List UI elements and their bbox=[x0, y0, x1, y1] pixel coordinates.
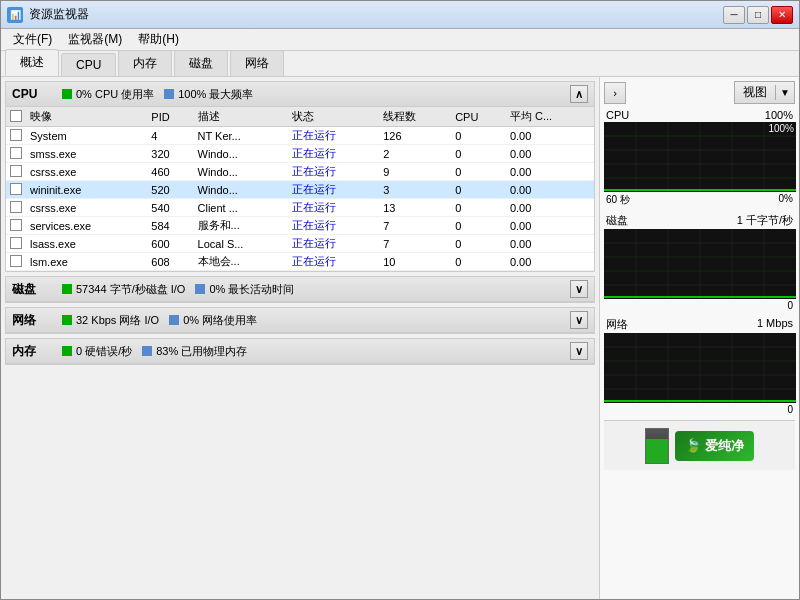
col-avg[interactable]: 平均 C... bbox=[506, 107, 594, 127]
disk-expand-button[interactable]: ∨ bbox=[570, 280, 588, 298]
row-cpu: 0 bbox=[451, 127, 506, 145]
header-checkbox[interactable] bbox=[10, 110, 22, 122]
disk-section-header: 磁盘 57344 字节/秒磁盘 I/O 0% 最长活动时间 ∨ bbox=[6, 277, 594, 302]
row-avg: 0.00 bbox=[506, 199, 594, 217]
process-checkbox[interactable] bbox=[10, 183, 22, 195]
network-chart-footer: 0 bbox=[604, 403, 795, 416]
row-status: 正在运行 bbox=[288, 235, 379, 253]
view-label: 视图 bbox=[735, 82, 775, 103]
row-threads: 3 bbox=[379, 181, 451, 199]
row-checkbox[interactable] bbox=[6, 199, 26, 217]
row-threads: 2 bbox=[379, 145, 451, 163]
menu-monitor[interactable]: 监视器(M) bbox=[60, 29, 130, 50]
tab-network[interactable]: 网络 bbox=[230, 50, 284, 76]
row-avg: 0.00 bbox=[506, 127, 594, 145]
disk-chart-footer: 0 bbox=[604, 299, 795, 312]
process-checkbox[interactable] bbox=[10, 129, 22, 141]
tab-disk[interactable]: 磁盘 bbox=[174, 50, 228, 76]
view-button[interactable]: 视图 ▼ bbox=[734, 81, 795, 104]
table-row[interactable]: lsass.exe 600 Local S... 正在运行 7 0 0.00 bbox=[6, 235, 594, 253]
memory-errors-indicator: 0 硬错误/秒 bbox=[62, 344, 132, 359]
memory-title: 内存 bbox=[12, 343, 52, 360]
row-avg: 0.00 bbox=[506, 253, 594, 271]
col-desc[interactable]: 描述 bbox=[194, 107, 288, 127]
cpu-table-body: System 4 NT Ker... 正在运行 126 0 0.00 smss.… bbox=[6, 127, 594, 271]
disk-chart-label-row: 磁盘 1 千字节/秒 bbox=[604, 212, 795, 229]
row-checkbox[interactable] bbox=[6, 217, 26, 235]
tab-cpu[interactable]: CPU bbox=[61, 53, 116, 76]
network-io-label: 32 Kbps 网络 I/O bbox=[76, 313, 159, 328]
row-cpu: 0 bbox=[451, 163, 506, 181]
process-checkbox[interactable] bbox=[10, 201, 22, 213]
table-row[interactable]: csrss.exe 540 Client ... 正在运行 13 0 0.00 bbox=[6, 199, 594, 217]
tab-overview[interactable]: 概述 bbox=[5, 49, 59, 76]
table-row[interactable]: csrss.exe 460 Windo... 正在运行 9 0 0.00 bbox=[6, 163, 594, 181]
title-bar: 📊 资源监视器 ─ □ ✕ bbox=[1, 1, 799, 29]
row-name: csrss.exe bbox=[26, 199, 147, 217]
menu-help[interactable]: 帮助(H) bbox=[130, 29, 187, 50]
maximize-button[interactable]: □ bbox=[747, 6, 769, 24]
row-pid: 520 bbox=[147, 181, 193, 199]
row-checkbox[interactable] bbox=[6, 253, 26, 271]
col-status[interactable]: 状态 bbox=[288, 107, 379, 127]
network-expand-button[interactable]: ∨ bbox=[570, 311, 588, 329]
row-pid: 320 bbox=[147, 145, 193, 163]
row-checkbox[interactable] bbox=[6, 163, 26, 181]
row-checkbox[interactable] bbox=[6, 127, 26, 145]
row-checkbox[interactable] bbox=[6, 235, 26, 253]
disk-active-indicator: 0% 最长活动时间 bbox=[195, 282, 294, 297]
table-row[interactable]: lsm.exe 608 本地会... 正在运行 10 0 0.00 bbox=[6, 253, 594, 271]
table-row[interactable]: wininit.exe 520 Windo... 正在运行 3 0 0.00 bbox=[6, 181, 594, 199]
cpu-chart-label: CPU bbox=[606, 109, 629, 121]
row-cpu: 0 bbox=[451, 181, 506, 199]
row-desc: Client ... bbox=[194, 199, 288, 217]
col-threads[interactable]: 线程数 bbox=[379, 107, 451, 127]
process-checkbox[interactable] bbox=[10, 165, 22, 177]
menu-bar: 文件(F) 监视器(M) 帮助(H) bbox=[1, 29, 799, 51]
table-row[interactable]: services.exe 584 服务和... 正在运行 7 0 0.00 bbox=[6, 217, 594, 235]
row-checkbox[interactable] bbox=[6, 145, 26, 163]
row-desc: Local S... bbox=[194, 235, 288, 253]
cpu-table-wrapper[interactable]: 映像 PID 描述 状态 线程数 CPU 平均 C... System bbox=[6, 107, 594, 271]
table-row[interactable]: smss.exe 320 Windo... 正在运行 2 0 0.00 bbox=[6, 145, 594, 163]
network-section-header: 网络 32 Kbps 网络 I/O 0% 网络使用率 ∨ bbox=[6, 308, 594, 333]
right-panel-collapse-button[interactable]: › bbox=[604, 82, 626, 104]
process-checkbox[interactable] bbox=[10, 237, 22, 249]
process-checkbox[interactable] bbox=[10, 147, 22, 159]
col-checkbox[interactable] bbox=[6, 107, 26, 127]
table-row[interactable]: System 4 NT Ker... 正在运行 126 0 0.00 bbox=[6, 127, 594, 145]
disk-chart-value: 1 千字节/秒 bbox=[737, 213, 793, 228]
cpu-chart-container: CPU 100% bbox=[604, 108, 795, 208]
menu-file[interactable]: 文件(F) bbox=[5, 29, 60, 50]
row-cpu: 0 bbox=[451, 253, 506, 271]
main-window: 📊 资源监视器 ─ □ ✕ 文件(F) 监视器(M) 帮助(H) 概述 CPU … bbox=[0, 0, 800, 600]
cpu-chart-100: 100% bbox=[768, 123, 794, 134]
cpu-freq-label: 100% 最大频率 bbox=[178, 87, 253, 102]
view-dropdown-arrow[interactable]: ▼ bbox=[775, 85, 794, 100]
memory-usage-indicator: 83% 已用物理内存 bbox=[142, 344, 247, 359]
close-button[interactable]: ✕ bbox=[771, 6, 793, 24]
row-desc: Windo... bbox=[194, 181, 288, 199]
row-avg: 0.00 bbox=[506, 145, 594, 163]
process-checkbox[interactable] bbox=[10, 219, 22, 231]
col-cpu[interactable]: CPU bbox=[451, 107, 506, 127]
row-desc: Windo... bbox=[194, 163, 288, 181]
row-pid: 540 bbox=[147, 199, 193, 217]
cpu-chart-footer: 60 秒 0% bbox=[604, 192, 795, 208]
network-chart-svg bbox=[604, 333, 796, 403]
network-chart-label-row: 网络 1 Mbps bbox=[604, 316, 795, 333]
row-name: wininit.exe bbox=[26, 181, 147, 199]
tab-memory[interactable]: 内存 bbox=[118, 50, 172, 76]
brand-badge: 🍃 爱纯净 bbox=[675, 431, 754, 461]
memory-expand-button[interactable]: ∨ bbox=[570, 342, 588, 360]
tab-bar: 概述 CPU 内存 磁盘 网络 bbox=[1, 51, 799, 77]
left-panel: CPU 0% CPU 使用率 100% 最大频率 ∧ bbox=[1, 77, 599, 599]
row-checkbox[interactable] bbox=[6, 181, 26, 199]
brand-container: 🍃 爱纯净 bbox=[645, 428, 754, 464]
col-image[interactable]: 映像 bbox=[26, 107, 147, 127]
col-pid[interactable]: PID bbox=[147, 107, 193, 127]
minimize-button[interactable]: ─ bbox=[723, 6, 745, 24]
cpu-expand-button[interactable]: ∧ bbox=[570, 85, 588, 103]
row-desc: NT Ker... bbox=[194, 127, 288, 145]
process-checkbox[interactable] bbox=[10, 255, 22, 267]
